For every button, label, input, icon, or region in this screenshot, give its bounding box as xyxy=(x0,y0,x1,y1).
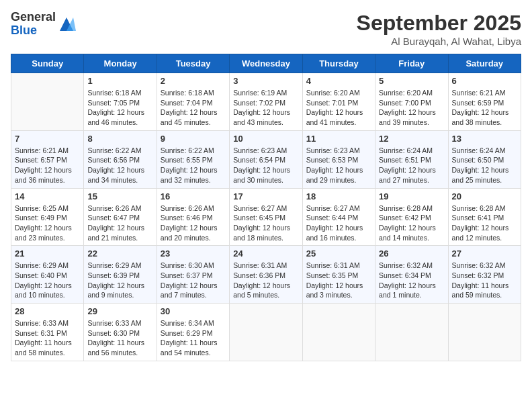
day-info: Sunrise: 6:24 AMSunset: 6:51 PMDaylight:… xyxy=(379,146,444,185)
calendar-day-cell: 8Sunrise: 6:22 AMSunset: 6:56 PMDaylight… xyxy=(84,130,157,188)
day-header-friday: Friday xyxy=(375,54,448,73)
calendar-day-cell: 18Sunrise: 6:27 AMSunset: 6:44 PMDayligh… xyxy=(302,188,375,246)
day-info: Sunrise: 6:26 AMSunset: 6:46 PMDaylight:… xyxy=(161,203,226,243)
day-number: 14 xyxy=(15,191,80,201)
calendar-day-cell: 1Sunrise: 6:18 AMSunset: 7:05 PMDaylight… xyxy=(84,73,157,131)
calendar-day-cell: 10Sunrise: 6:23 AMSunset: 6:54 PMDayligh… xyxy=(230,130,302,188)
day-number: 8 xyxy=(87,134,152,144)
day-number: 4 xyxy=(306,76,371,86)
day-info: Sunrise: 6:33 AMSunset: 6:31 PMDaylight:… xyxy=(15,318,80,358)
day-number: 26 xyxy=(379,248,444,259)
title-block: September 2025 Al Burayqah, Al Wahat, Li… xyxy=(357,11,521,47)
calendar-day-cell: 29Sunrise: 6:33 AMSunset: 6:30 PMDayligh… xyxy=(84,304,157,361)
calendar-week-row: 14Sunrise: 6:25 AMSunset: 6:49 PMDayligh… xyxy=(11,188,521,246)
calendar-day-cell: 2Sunrise: 6:18 AMSunset: 7:04 PMDaylight… xyxy=(157,73,229,131)
calendar-day-cell: 12Sunrise: 6:24 AMSunset: 6:51 PMDayligh… xyxy=(375,130,448,188)
day-info: Sunrise: 6:20 AMSunset: 7:00 PMDaylight:… xyxy=(379,88,444,128)
day-info: Sunrise: 6:26 AMSunset: 6:47 PMDaylight:… xyxy=(87,203,152,243)
calendar-week-row: 28Sunrise: 6:33 AMSunset: 6:31 PMDayligh… xyxy=(11,304,521,361)
calendar-day-cell: 30Sunrise: 6:34 AMSunset: 6:29 PMDayligh… xyxy=(157,304,229,361)
calendar-day-cell: 20Sunrise: 6:28 AMSunset: 6:41 PMDayligh… xyxy=(448,188,521,246)
calendar-day-cell xyxy=(302,304,375,361)
day-info: Sunrise: 6:21 AMSunset: 6:57 PMDaylight:… xyxy=(15,146,80,185)
day-number: 6 xyxy=(452,76,517,86)
day-header-sunday: Sunday xyxy=(11,54,84,73)
calendar-day-cell: 15Sunrise: 6:26 AMSunset: 6:47 PMDayligh… xyxy=(84,188,157,246)
day-info: Sunrise: 6:32 AMSunset: 6:32 PMDaylight:… xyxy=(452,261,517,300)
calendar-day-cell: 24Sunrise: 6:31 AMSunset: 6:36 PMDayligh… xyxy=(230,246,302,304)
logo-general-text: General xyxy=(11,10,56,24)
day-info: Sunrise: 6:31 AMSunset: 6:35 PMDaylight:… xyxy=(306,261,371,300)
day-info: Sunrise: 6:30 AMSunset: 6:37 PMDaylight:… xyxy=(161,261,226,300)
day-number: 15 xyxy=(87,191,152,201)
day-number: 23 xyxy=(161,248,226,259)
day-info: Sunrise: 6:23 AMSunset: 6:54 PMDaylight:… xyxy=(233,146,298,185)
location-title: Al Burayqah, Al Wahat, Libya xyxy=(357,36,521,47)
day-number: 19 xyxy=(379,191,444,201)
day-number: 3 xyxy=(233,76,298,86)
day-header-saturday: Saturday xyxy=(448,54,521,73)
day-info: Sunrise: 6:31 AMSunset: 6:36 PMDaylight:… xyxy=(233,261,298,300)
day-info: Sunrise: 6:29 AMSunset: 6:40 PMDaylight:… xyxy=(15,261,80,300)
calendar-table: SundayMondayTuesdayWednesdayThursdayFrid… xyxy=(11,54,521,361)
day-number: 5 xyxy=(379,76,444,86)
logo: General Blue xyxy=(11,11,76,38)
calendar-day-cell: 19Sunrise: 6:28 AMSunset: 6:42 PMDayligh… xyxy=(375,188,448,246)
calendar-day-cell: 14Sunrise: 6:25 AMSunset: 6:49 PMDayligh… xyxy=(11,188,84,246)
day-header-wednesday: Wednesday xyxy=(230,54,302,73)
calendar-day-cell: 3Sunrise: 6:19 AMSunset: 7:02 PMDaylight… xyxy=(230,73,302,131)
calendar-week-row: 7Sunrise: 6:21 AMSunset: 6:57 PMDaylight… xyxy=(11,130,521,188)
page-header: General Blue September 2025 Al Burayqah,… xyxy=(11,11,521,47)
day-number: 16 xyxy=(161,191,226,201)
day-info: Sunrise: 6:22 AMSunset: 6:55 PMDaylight:… xyxy=(161,146,226,185)
day-header-monday: Monday xyxy=(84,54,157,73)
calendar-day-cell: 5Sunrise: 6:20 AMSunset: 7:00 PMDaylight… xyxy=(375,73,448,131)
calendar-day-cell: 27Sunrise: 6:32 AMSunset: 6:32 PMDayligh… xyxy=(448,246,521,304)
day-number: 13 xyxy=(452,134,517,144)
day-info: Sunrise: 6:23 AMSunset: 6:53 PMDaylight:… xyxy=(306,146,371,185)
day-info: Sunrise: 6:28 AMSunset: 6:41 PMDaylight:… xyxy=(452,203,517,243)
calendar-day-cell: 26Sunrise: 6:32 AMSunset: 6:34 PMDayligh… xyxy=(375,246,448,304)
day-info: Sunrise: 6:32 AMSunset: 6:34 PMDaylight:… xyxy=(379,261,444,300)
day-info: Sunrise: 6:18 AMSunset: 7:05 PMDaylight:… xyxy=(87,88,152,128)
calendar-day-cell xyxy=(11,73,84,131)
month-title: September 2025 xyxy=(357,11,521,36)
day-header-tuesday: Tuesday xyxy=(157,54,229,73)
logo-blue-text: Blue xyxy=(11,24,37,37)
day-info: Sunrise: 6:22 AMSunset: 6:56 PMDaylight:… xyxy=(87,146,152,185)
day-number: 7 xyxy=(15,134,80,144)
calendar-day-cell: 17Sunrise: 6:27 AMSunset: 6:45 PMDayligh… xyxy=(230,188,302,246)
day-number: 25 xyxy=(306,248,371,259)
day-number: 10 xyxy=(233,134,298,144)
day-number: 22 xyxy=(87,248,152,259)
calendar-day-cell: 7Sunrise: 6:21 AMSunset: 6:57 PMDaylight… xyxy=(11,130,84,188)
day-number: 11 xyxy=(306,134,371,144)
calendar-day-cell xyxy=(375,304,448,361)
day-info: Sunrise: 6:29 AMSunset: 6:39 PMDaylight:… xyxy=(87,261,152,300)
logo-icon xyxy=(57,15,76,34)
day-info: Sunrise: 6:28 AMSunset: 6:42 PMDaylight:… xyxy=(379,203,444,243)
day-number: 30 xyxy=(161,306,226,316)
calendar-day-cell: 6Sunrise: 6:21 AMSunset: 6:59 PMDaylight… xyxy=(448,73,521,131)
day-number: 12 xyxy=(379,134,444,144)
calendar-day-cell: 21Sunrise: 6:29 AMSunset: 6:40 PMDayligh… xyxy=(11,246,84,304)
calendar-day-cell: 23Sunrise: 6:30 AMSunset: 6:37 PMDayligh… xyxy=(157,246,229,304)
day-number: 2 xyxy=(161,76,226,86)
day-number: 28 xyxy=(15,306,80,316)
day-number: 24 xyxy=(233,248,298,259)
day-header-thursday: Thursday xyxy=(302,54,375,73)
day-number: 9 xyxy=(161,134,226,144)
day-number: 27 xyxy=(452,248,517,259)
calendar-day-cell: 22Sunrise: 6:29 AMSunset: 6:39 PMDayligh… xyxy=(84,246,157,304)
day-number: 29 xyxy=(87,306,152,316)
day-number: 21 xyxy=(15,248,80,259)
calendar-day-cell: 28Sunrise: 6:33 AMSunset: 6:31 PMDayligh… xyxy=(11,304,84,361)
calendar-day-cell: 11Sunrise: 6:23 AMSunset: 6:53 PMDayligh… xyxy=(302,130,375,188)
calendar-day-cell: 4Sunrise: 6:20 AMSunset: 7:01 PMDaylight… xyxy=(302,73,375,131)
day-info: Sunrise: 6:24 AMSunset: 6:50 PMDaylight:… xyxy=(452,146,517,185)
calendar-day-cell xyxy=(230,304,302,361)
day-number: 18 xyxy=(306,191,371,201)
day-info: Sunrise: 6:18 AMSunset: 7:04 PMDaylight:… xyxy=(161,88,226,128)
calendar-day-cell: 13Sunrise: 6:24 AMSunset: 6:50 PMDayligh… xyxy=(448,130,521,188)
day-number: 1 xyxy=(87,76,152,86)
